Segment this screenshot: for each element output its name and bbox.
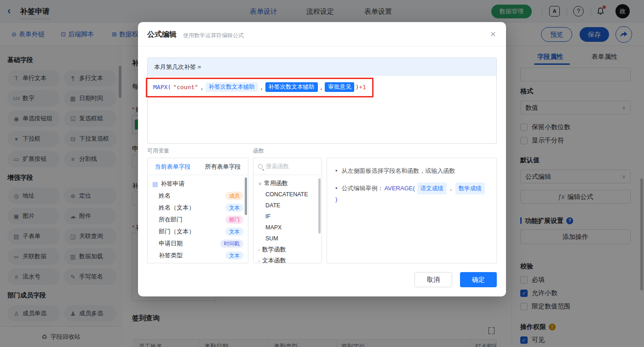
field-chip-selected[interactable]: 补签次数文本辅助 [265,82,318,92]
functions-panel: ∨常用函数 CONCATENATE DATE IF MAPX SUM ›数学函数… [253,158,322,263]
formula-target-bar: 本月第几次补签 = [148,58,496,76]
example-close-paren: ) [335,194,337,205]
variables-tree-root[interactable]: ▤补签申请 [148,178,248,190]
close-icon[interactable]: × [490,28,496,40]
type-badge: 文本 [225,204,243,212]
field-chip-selected[interactable]: 审批意见 [325,82,354,92]
function-item[interactable]: MAPX [253,222,322,233]
modal-subtitle: 使用数学运算符编辑公式 [183,32,244,40]
variable-row[interactable]: 申请日期时间戳 [148,238,248,250]
function-item[interactable]: CONCATENATE [253,189,322,200]
chevron-open-icon: ∨ [258,181,262,186]
functions-scrollbar[interactable] [318,178,321,233]
example-field-chip: 数学成绩 [455,182,485,194]
document-icon: ▤ [152,181,158,188]
tab-current-form-fields[interactable]: 当前表单字段 [148,158,198,175]
function-item[interactable]: IF [253,211,322,222]
function-search[interactable] [253,158,322,175]
help-bullet-2: • 公式编辑举例： AVERAGE( 语文成绩 ， 数学成绩 ) [334,182,489,205]
confirm-button[interactable]: 确定 [460,272,497,287]
modal-title: 公式编辑 [147,30,177,40]
type-badge: 文本 [225,251,243,260]
field-chip[interactable]: 补签次数文本辅助 [206,82,258,92]
help-bullet-1: •从左侧面板选择字段名和函数，或输入函数 [334,166,489,176]
function-item[interactable]: DATE [253,200,322,211]
modal-header: 公式编辑 使用数学运算符编辑公式 × [138,22,506,46]
app-window: ‹ 补签申请 表单设计 流程设定 表单设置 数据管理 A ? 政 ⊘表单外链 ⊡… [0,0,644,347]
variable-row[interactable]: 补签类型文本 [148,250,248,262]
function-group-math[interactable]: ›数学函数 [253,244,322,255]
formula-editor-modal: 公式编辑 使用数学运算符编辑公式 × 本月第几次补签 = MAPX( "coun… [138,22,506,296]
variable-row[interactable]: 所在部门部门 [148,214,248,226]
variables-scrollbar[interactable] [245,177,247,215]
function-item[interactable]: SUM [253,233,322,244]
comma-token: , [200,84,204,91]
formula-function-token: MAPX( [153,84,171,91]
paren-token: ) [355,84,359,91]
functions-label: 函数 [253,147,264,155]
cancel-button[interactable]: 取消 [414,272,452,287]
chevron-closed-icon: › [258,247,260,252]
variable-row[interactable]: 部门（文本）文本 [148,226,248,238]
variables-label: 可用变量 [147,147,169,155]
type-badge: 时间戳 [220,239,244,248]
variables-tabs: 当前表单字段 所有表单字段 [148,158,248,175]
search-icon [258,164,263,169]
formula-expression[interactable]: MAPX( "count" , 补签次数文本辅助 , 补签次数文本辅助 , 审批… [153,82,368,92]
type-badge: 部门 [225,216,243,224]
type-badge: 成员 [225,192,243,200]
example-function: AVERAGE( [385,183,415,193]
function-search-input[interactable] [266,163,307,170]
type-badge: 文本 [225,228,243,236]
help-panel: •从左侧面板选择字段名和函数，或输入函数 • 公式编辑举例： AVERAGE( … [327,158,497,263]
function-group-text[interactable]: ›文本函数 [253,255,322,263]
variables-panel: 当前表单字段 所有表单字段 ▤补签申请 姓名成员 姓名（文本）文本 所在部门部门… [147,158,248,263]
formula-string-token: "count" [173,84,198,91]
variable-row[interactable]: 姓名（文本）文本 [148,202,248,214]
chevron-closed-icon: › [258,258,260,263]
function-group-common[interactable]: ∨常用函数 [253,178,322,189]
formula-editor[interactable]: 本月第几次补签 = MAPX( "count" , 补签次数文本辅助 , 补签次… [147,57,497,144]
comma-token: , [320,84,323,91]
formula-number-token: +1 [359,84,366,91]
example-field-chip: 语文成绩 [417,182,447,194]
variable-row[interactable]: 姓名成员 [148,190,248,202]
comma-token: , [260,84,264,91]
tab-all-form-fields[interactable]: 所有表单字段 [198,158,248,175]
